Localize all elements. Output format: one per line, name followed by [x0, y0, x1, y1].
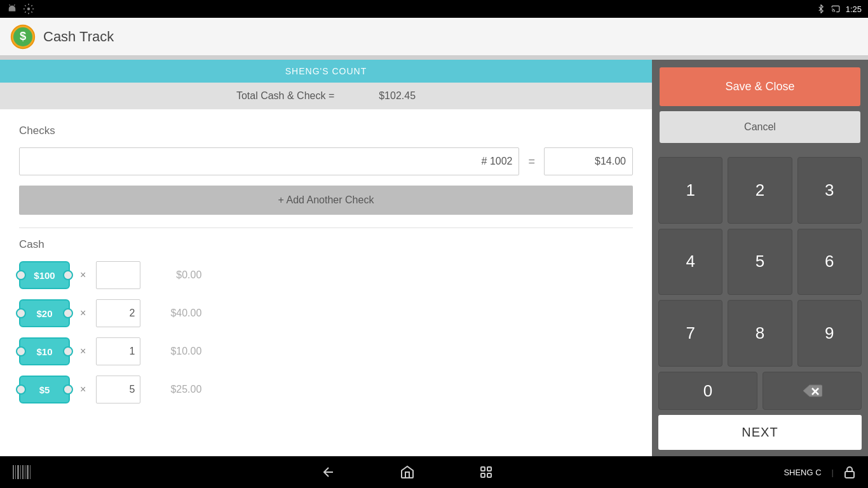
svg-rect-16 [25, 465, 25, 479]
numpad-2[interactable]: 2 [728, 157, 792, 224]
cash-subtotal-100: $0.00 [151, 269, 201, 281]
content-area: Checks = + Add Another Check Cash $100 ×… [0, 109, 652, 456]
cast-icon [831, 4, 841, 13]
bill-badge-5[interactable]: $5 [19, 376, 70, 403]
svg-rect-23 [845, 471, 854, 478]
svg-point-4 [27, 8, 31, 11]
nav-left [13, 465, 31, 479]
app-logo: $ [10, 24, 36, 50]
status-bar: 1:25 [0, 0, 868, 18]
svg-rect-13 [17, 465, 19, 479]
cash-subtotal-10: $10.00 [151, 346, 201, 357]
svg-rect-17 [27, 465, 29, 479]
status-bar-right: 1:25 [817, 4, 862, 14]
svg-line-2 [10, 4, 11, 6]
numpad-6[interactable]: 6 [797, 229, 862, 295]
cash-subtotal-20: $40.00 [151, 308, 201, 319]
separator: | [832, 468, 834, 477]
cash-divider [19, 227, 633, 228]
nav-center [321, 464, 494, 480]
bill-badge-20[interactable]: $20 [19, 299, 70, 327]
numpad-5[interactable]: 5 [728, 229, 792, 295]
cancel-button[interactable]: Cancel [660, 111, 860, 143]
checks-section-title: Checks [19, 125, 633, 137]
nav-right: SHENG C | [783, 466, 855, 478]
numpad-7[interactable]: 7 [658, 300, 722, 367]
settings-icon [23, 3, 34, 15]
cash-row-100: $100 × $0.00 [19, 261, 633, 289]
save-close-button[interactable]: Save & Close [660, 67, 860, 106]
svg-rect-11 [13, 465, 14, 479]
svg-rect-14 [20, 465, 21, 479]
cash-row-5: $5 × $25.00 [19, 376, 633, 403]
lock-icon[interactable] [844, 466, 855, 478]
nav-bar: SHENG C | [0, 456, 868, 488]
quantity-input-5[interactable] [96, 376, 140, 403]
numpad-0[interactable]: 0 [658, 372, 757, 410]
app-title: Cash Track [43, 29, 114, 45]
main-area: SHENG'S COUNT Total Cash & Check = $102.… [0, 60, 868, 456]
numpad-3[interactable]: 3 [797, 157, 862, 224]
numpad-4[interactable]: 4 [658, 229, 722, 295]
numpad-8[interactable]: 8 [728, 300, 792, 367]
android-icon [6, 3, 18, 15]
user-name: SHENG C [783, 468, 821, 477]
svg-line-3 [14, 4, 15, 6]
multiply-sign-20: × [80, 308, 86, 319]
cash-row-10: $10 × $10.00 [19, 337, 633, 365]
home-icon[interactable] [400, 464, 415, 480]
numpad-grid: 1 2 3 4 5 6 7 8 9 [658, 157, 862, 367]
numpad: 1 2 3 4 5 6 7 8 9 0 NE [652, 151, 868, 456]
svg-rect-22 [487, 473, 491, 477]
right-panel: Save & Close Cancel 1 2 3 4 5 6 7 8 9 0 [652, 60, 868, 456]
bill-badge-10[interactable]: $10 [19, 337, 70, 365]
svg-text:$: $ [20, 29, 26, 43]
backspace-button[interactable] [763, 372, 862, 410]
status-time: 1:25 [846, 4, 862, 14]
bluetooth-icon [817, 4, 825, 13]
title-bar: $ Cash Track [0, 18, 868, 56]
recents-icon[interactable] [478, 464, 494, 480]
svg-rect-20 [487, 467, 491, 471]
svg-rect-12 [15, 465, 16, 479]
status-bar-left [6, 3, 34, 15]
svg-rect-19 [481, 467, 485, 471]
barcode-icon [13, 465, 31, 479]
multiply-sign-5: × [80, 384, 86, 395]
equals-sign: = [528, 155, 535, 168]
total-label: Total Cash & Check = [236, 90, 334, 102]
check-amount-input[interactable] [544, 147, 633, 175]
next-button[interactable]: NEXT [658, 415, 862, 450]
numpad-9[interactable]: 9 [797, 300, 862, 367]
quantity-input-100[interactable] [96, 261, 140, 289]
backspace-icon [802, 384, 822, 398]
svg-rect-15 [22, 465, 24, 479]
add-check-button[interactable]: + Add Another Check [19, 186, 633, 215]
cash-section-title: Cash [19, 238, 633, 251]
quantity-input-20[interactable] [96, 299, 140, 327]
left-panel: SHENG'S COUNT Total Cash & Check = $102.… [0, 60, 652, 456]
svg-rect-21 [481, 473, 485, 477]
svg-rect-18 [30, 465, 31, 479]
total-value: $102.45 [379, 90, 416, 102]
multiply-sign-100: × [80, 269, 86, 281]
check-row: = [19, 147, 633, 175]
numpad-1[interactable]: 1 [658, 157, 722, 224]
bill-badge-100[interactable]: $100 [19, 261, 70, 289]
cash-subtotal-5: $25.00 [151, 384, 201, 395]
quantity-input-10[interactable] [96, 337, 140, 365]
cash-row-20: $20 × $40.00 [19, 299, 633, 327]
check-number-input[interactable] [19, 147, 519, 175]
total-row: Total Cash & Check = $102.45 [0, 83, 652, 109]
back-icon[interactable] [321, 464, 336, 480]
multiply-sign-10: × [80, 346, 86, 357]
section-header: SHENG'S COUNT [0, 60, 652, 83]
numpad-bottom: 0 [658, 372, 862, 410]
